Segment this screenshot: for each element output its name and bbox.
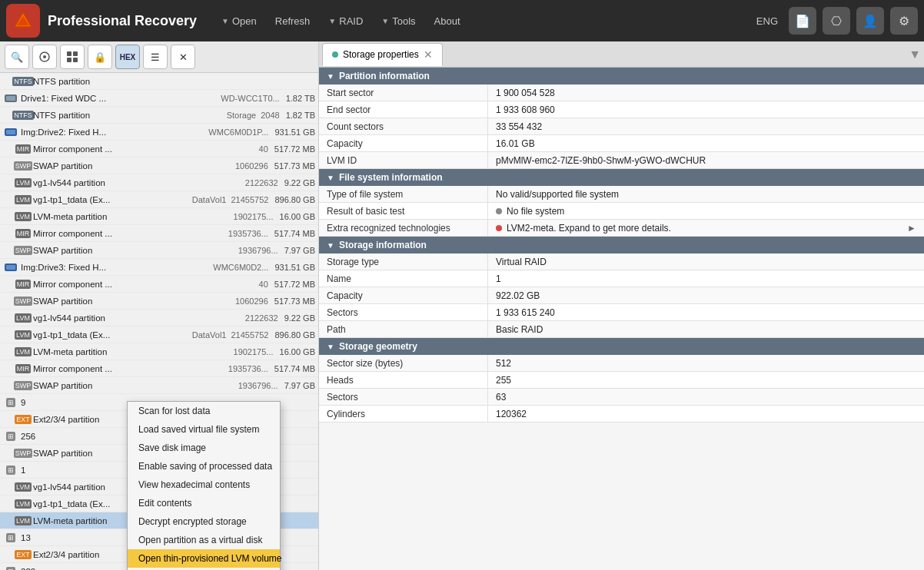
lvm-icon: LVM bbox=[15, 498, 31, 510]
prop-val: 1 933 615 240 bbox=[488, 304, 924, 320]
prop-row: LVM ID pMvMlW-emc2-7lZE-9hb0-ShwM-yGWO-d… bbox=[319, 152, 924, 169]
tree-item[interactable]: MIR Mirror component ... 40 517.72 MB bbox=[0, 276, 318, 293]
prop-key: Capacity bbox=[319, 287, 488, 303]
section-toggle[interactable]: ▼ bbox=[327, 174, 334, 182]
toolbar-settings-btn[interactable]: ⚙ bbox=[890, 7, 918, 35]
tree-item[interactable]: NTFS NTFS partition bbox=[0, 73, 318, 90]
prop-row: Heads 255 bbox=[319, 372, 924, 389]
tree-item[interactable]: SWP SWAP partition 1936796... 7.97 GB bbox=[0, 377, 318, 394]
toolbar-user-btn[interactable]: 👤 bbox=[856, 7, 884, 35]
tab-bar: Storage properties ✕ ▼ bbox=[319, 41, 924, 68]
search-btn[interactable]: 🔍 bbox=[5, 45, 29, 69]
right-panel: Storage properties ✕ ▼ ▼ Partition infor… bbox=[319, 41, 924, 570]
tree-item[interactable]: SWP SWAP partition 1936796... 7.97 GB bbox=[0, 242, 318, 259]
lvm-icon: LVM bbox=[15, 329, 31, 341]
prop-row: Capacity 922.02 GB bbox=[319, 287, 924, 304]
prop-val: pMvMlW-emc2-7lZE-9hb0-ShwM-yGWO-dWCHUR bbox=[488, 152, 924, 168]
prop-row: End sector 1 933 608 960 bbox=[319, 101, 924, 118]
ctx-open-virtual[interactable]: Open partition as a virtual disk bbox=[128, 531, 280, 549]
props-content: ▼ Partition information Start sector 1 9… bbox=[319, 68, 924, 570]
menu-refresh[interactable]: Refresh bbox=[266, 11, 320, 31]
section-fs-info[interactable]: ▼ File system information bbox=[319, 169, 924, 186]
close-filter-btn[interactable]: ✕ bbox=[171, 45, 195, 69]
prop-key: Start sector bbox=[319, 85, 488, 101]
prop-val: Virtual RAID bbox=[488, 254, 924, 270]
section-partition-info[interactable]: ▼ Partition information bbox=[319, 68, 924, 85]
prop-row: Capacity 16.01 GB bbox=[319, 135, 924, 152]
tree-item[interactable]: SWP SWAP partition 1060296 517.73 MB bbox=[0, 293, 318, 310]
tree-item[interactable]: SWP SWAP partition 1060296 517.73 MB bbox=[0, 157, 318, 174]
prop-val: Basic RAID bbox=[488, 321, 924, 337]
ctx-save-disk[interactable]: Save disk image bbox=[128, 439, 280, 457]
tree-item[interactable]: NTFS NTFS partition Storage 2048 1.82 TB bbox=[0, 107, 318, 124]
num-icon: ⊞ bbox=[3, 430, 18, 442]
prop-key: Sectors bbox=[319, 389, 488, 405]
svg-point-3 bbox=[43, 55, 46, 58]
tree-item-img2[interactable]: Img:Drive2: Fixed H... WMC6M0D1P... 931.… bbox=[0, 124, 318, 141]
tree-item[interactable]: LVM vg1-lv544 partition 2122632 9.22 GB bbox=[0, 174, 318, 191]
ctx-edit-contents[interactable]: Edit contents bbox=[128, 494, 280, 512]
tree-item[interactable]: MIR Mirror component ... 1935736... 517.… bbox=[0, 360, 318, 377]
section-toggle[interactable]: ▼ bbox=[327, 72, 334, 81]
hex-btn[interactable]: HEX bbox=[115, 45, 140, 69]
prop-val: No valid/supported file system bbox=[488, 186, 924, 202]
prop-key: LVM ID bbox=[319, 152, 488, 168]
mirror-icon: MIR bbox=[15, 363, 31, 375]
left-panel: 🔍 🔒 HEX ☰ ✕ NTFS NTFS partition bbox=[0, 41, 319, 570]
lock-btn[interactable]: 🔒 bbox=[88, 45, 112, 69]
lvm-icon: LVM bbox=[15, 346, 31, 358]
ctx-open-thin[interactable]: Open thin-provisioned LVM volume bbox=[128, 549, 280, 568]
prop-expand-btn[interactable]: ► bbox=[907, 223, 916, 234]
tree-btn[interactable] bbox=[60, 45, 85, 69]
toolbar-docs-btn[interactable]: 📄 bbox=[789, 7, 816, 35]
scan-btn[interactable] bbox=[32, 45, 57, 69]
section-toggle[interactable]: ▼ bbox=[327, 343, 334, 351]
ctx-load-saved[interactable]: Load saved virtual file system bbox=[128, 420, 280, 439]
section-toggle[interactable]: ▼ bbox=[327, 241, 334, 250]
list-btn[interactable]: ☰ bbox=[143, 45, 168, 69]
tab-storage-props[interactable]: Storage properties ✕ bbox=[322, 43, 443, 66]
tab-dot bbox=[332, 51, 338, 58]
tree-item[interactable]: LVM LVM-meta partition 1902175... 16.00 … bbox=[0, 343, 318, 360]
tree-item[interactable]: LVM vg1-tp1_tdata (Ex... DataVol1 214557… bbox=[0, 326, 318, 343]
tree-item[interactable]: LVM vg1-lv544 partition 2122632 9.22 GB bbox=[0, 310, 318, 326]
svg-rect-7 bbox=[73, 58, 78, 62]
tree-item-drive1[interactable]: Drive1: Fixed WDC ... WD-WCC1T0... 1.82 … bbox=[0, 90, 318, 107]
tree-item[interactable]: LVM LVM-meta partition 1902175... 16.00 … bbox=[0, 208, 318, 225]
prop-val: 1 900 054 528 bbox=[488, 85, 924, 101]
toolbar-monitor-btn[interactable]: ⎔ bbox=[823, 7, 850, 35]
section-storage-geometry[interactable]: ▼ Storage geometry bbox=[319, 338, 924, 355]
prop-val-with-dot: No file system bbox=[488, 203, 924, 219]
ctx-scan-lost[interactable]: Scan for lost data bbox=[128, 402, 280, 420]
prop-row: Sectors 1 933 615 240 bbox=[319, 304, 924, 321]
menu-raid[interactable]: ▼ RAID bbox=[319, 11, 372, 31]
section-storage-info[interactable]: ▼ Storage information bbox=[319, 237, 924, 254]
tab-filter-btn[interactable]: ▼ bbox=[909, 48, 921, 61]
menu-about[interactable]: About bbox=[425, 11, 470, 31]
num-icon: ⊞ bbox=[3, 565, 18, 571]
img-drive-icon bbox=[3, 261, 18, 273]
menu-open[interactable]: ▼ Open bbox=[212, 11, 266, 31]
tree-item[interactable]: LVM vg1-tp1_tdata (Ex... DataVol1 214557… bbox=[0, 191, 318, 208]
ctx-decrypt[interactable]: Decrypt encrypted storage bbox=[128, 512, 280, 531]
right-icons: ENG 📄 ⎔ 👤 ⚙ bbox=[756, 7, 918, 35]
menu-tools[interactable]: ▼ Tools bbox=[372, 11, 424, 31]
prop-row: Type of file system No valid/supported f… bbox=[319, 186, 924, 203]
tab-close-btn[interactable]: ✕ bbox=[424, 48, 433, 61]
prop-key: Sector size (bytes) bbox=[319, 355, 488, 371]
context-menu: Scan for lost data Load saved virtual fi… bbox=[127, 401, 281, 570]
prop-row: Path Basic RAID bbox=[319, 321, 924, 338]
svg-rect-9 bbox=[6, 96, 15, 101]
prop-key: Storage type bbox=[319, 254, 488, 270]
prop-row: Start sector 1 900 054 528 bbox=[319, 85, 924, 101]
tree-item[interactable]: MIR Mirror component ... 1935736... 517.… bbox=[0, 225, 318, 242]
ctx-view-hex[interactable]: View hexadecimal contents bbox=[128, 476, 280, 494]
tree-item-img3[interactable]: Img:Drive3: Fixed H... WMC6M0D2... 931.5… bbox=[0, 259, 318, 276]
ctx-enable-saving[interactable]: Enable saving of processed data bbox=[128, 457, 280, 476]
mirror-icon: MIR bbox=[15, 278, 31, 290]
prop-val: 922.02 GB bbox=[488, 287, 924, 303]
lvm-icon: LVM bbox=[15, 515, 31, 527]
app-logo bbox=[6, 4, 40, 38]
tree-item[interactable]: MIR Mirror component ... 40 517.72 MB bbox=[0, 141, 318, 157]
lvm-icon: LVM bbox=[15, 210, 31, 223]
